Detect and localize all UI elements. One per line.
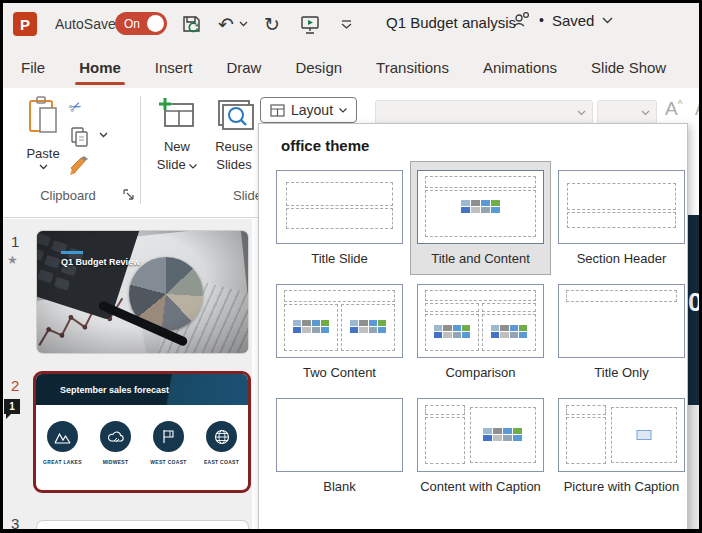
tab-home[interactable]: Home <box>79 59 121 76</box>
clipboard-dialog-launcher-icon[interactable] <box>123 189 135 201</box>
mountains-icon <box>47 421 78 452</box>
globe-icon <box>206 421 237 452</box>
toggle-knob <box>147 15 164 32</box>
new-slide-label: New Slide <box>151 138 203 173</box>
layout-gallery: Title Slide Title and Content Section He… <box>259 158 687 502</box>
slide2-header-band: September sales forecast <box>36 374 248 405</box>
layout-chevron-icon <box>339 108 347 113</box>
photo-vignette <box>37 231 248 353</box>
tab-file[interactable]: File <box>21 59 45 76</box>
layout-icon <box>270 104 285 117</box>
region-midwest: MIDWEST <box>96 421 136 490</box>
autosave-state: On <box>124 17 140 31</box>
layout-option-blank[interactable]: Blank <box>270 390 409 502</box>
slide2-thumbnail-selected[interactable]: September sales forecast GREAT LAKES MID… <box>33 371 251 493</box>
layout-option-comparison[interactable]: Comparison <box>411 276 550 388</box>
content-placeholder-icons <box>434 325 470 339</box>
tab-design[interactable]: Design <box>295 59 342 76</box>
reuse-slides-button[interactable]: Reuse Slides <box>207 96 261 173</box>
paste-clipboard-icon <box>26 96 60 138</box>
tab-animations[interactable]: Animations <box>483 59 557 76</box>
powerpoint-logo-icon: P <box>13 12 37 36</box>
slide2-number: 2 <box>11 377 19 394</box>
slide2-title: September sales forecast <box>60 385 169 395</box>
flag-icon <box>153 421 184 452</box>
saved-status[interactable]: Saved <box>552 12 595 29</box>
slide1-animation-star-icon[interactable]: ★ <box>7 253 18 267</box>
content-placeholder-icons <box>461 200 501 214</box>
layout-option-title-slide[interactable]: Title Slide <box>270 162 409 274</box>
new-slide-button[interactable]: New Slide <box>151 96 203 173</box>
redo-icon[interactable]: ↻ <box>259 11 285 37</box>
layout-gallery-dropdown: office theme Title Slide Title and Conte… <box>258 123 688 529</box>
increase-font-size-button[interactable]: A^ <box>665 98 682 120</box>
layout-label: Layout <box>291 102 333 118</box>
layout-button[interactable]: Layout <box>260 97 357 123</box>
font-name-select[interactable] <box>375 100 593 124</box>
layout-option-title-only[interactable]: Title Only <box>552 276 691 388</box>
autosave-toggle[interactable]: On <box>115 12 167 35</box>
undo-icon[interactable]: ↶ <box>213 11 239 37</box>
tab-slide-show[interactable]: Slide Show <box>591 59 666 76</box>
slide3-thumbnail[interactable] <box>37 521 248 529</box>
saved-dot-separator: • <box>539 12 544 28</box>
format-painter-icon[interactable] <box>67 154 91 178</box>
decrease-font-size-button[interactable]: A <box>695 101 699 119</box>
autosave-label: AutoSave <box>55 16 116 32</box>
font-size-select[interactable] <box>597 100 657 124</box>
tab-insert[interactable]: Insert <box>155 59 193 76</box>
new-slide-icon <box>157 96 197 134</box>
quick-access-more-chevron-icon[interactable] <box>333 11 359 37</box>
region-west-coast: WEST COAST <box>149 421 189 490</box>
content-placeholder-icons <box>491 325 527 339</box>
copy-icon[interactable] <box>69 126 91 148</box>
paste-button[interactable]: Paste <box>17 96 69 196</box>
title-bar: P AutoSave On ↶ ↻ Q1 Budget analysis • S… <box>3 3 699 47</box>
slide3-number: 3 <box>11 515 19 529</box>
content-placeholder-icons <box>483 428 523 442</box>
share-people-icon[interactable] <box>511 11 531 29</box>
reuse-slides-label: Reuse Slides <box>207 138 261 173</box>
saved-chevron-icon[interactable] <box>602 17 613 24</box>
picture-placeholder-icon <box>637 430 652 440</box>
reuse-slides-icon <box>214 96 254 134</box>
content-placeholder-icons <box>293 320 329 334</box>
slide1-thumbnail[interactable]: Q1 Budget Review <box>37 231 248 353</box>
layout-option-picture-with-caption[interactable]: Picture with Caption <box>552 390 691 502</box>
copy-chevron-icon[interactable] <box>99 132 108 138</box>
content-placeholder-icons <box>350 320 386 334</box>
layout-option-content-with-caption[interactable]: Content with Caption <box>411 390 550 502</box>
paste-label: Paste <box>26 146 59 161</box>
slide1-title: Q1 Budget Review <box>61 257 140 267</box>
document-title[interactable]: Q1 Budget analysis <box>386 14 516 31</box>
tab-transitions[interactable]: Transitions <box>376 59 449 76</box>
layout-option-section-header[interactable]: Section Header <box>552 162 691 274</box>
layout-option-two-content[interactable]: Two Content <box>270 276 409 388</box>
slide2-region-icons: GREAT LAKES MIDWEST WEST COAST <box>36 405 248 490</box>
layout-option-title-and-content[interactable]: Title and Content <box>411 162 550 274</box>
powerpoint-window: P AutoSave On ↶ ↻ Q1 Budget analysis • S… <box>3 3 699 529</box>
clipboard-group-label: Clipboard <box>23 188 113 203</box>
start-slideshow-icon[interactable] <box>297 11 323 37</box>
tab-draw[interactable]: Draw <box>226 59 261 76</box>
undo-dropdown-chevron-icon[interactable] <box>237 11 249 37</box>
slide2-animation-badge[interactable]: 1 <box>4 399 20 414</box>
theme-header: office theme <box>281 137 687 154</box>
paste-chevron-icon <box>39 164 48 170</box>
slide1-number: 1 <box>11 233 19 250</box>
region-east-coast: EAST COAST <box>202 421 242 490</box>
ribbon-tab-row: File Home Insert Draw Design Transitions… <box>3 47 699 88</box>
save-icon[interactable] <box>179 11 205 37</box>
cloud-icon <box>100 421 131 452</box>
region-great-lakes: GREAT LAKES <box>43 421 83 490</box>
slide-thumbnail-panel: 1 ★ Q1 Budget Review 2 1 September sales… <box>3 219 252 529</box>
